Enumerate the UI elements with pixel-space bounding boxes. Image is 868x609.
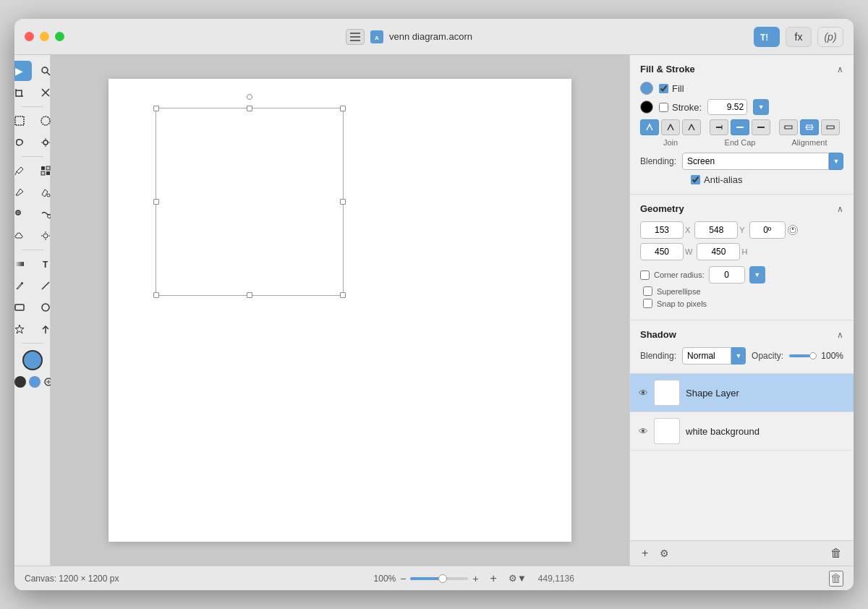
layer-thumb-shape: [654, 380, 680, 406]
zoom-slider[interactable]: [410, 577, 468, 580]
shadow-title: Shadow: [640, 329, 676, 340]
handle-tl[interactable]: [153, 106, 159, 111]
geometry-header: Geometry ∧: [640, 203, 843, 214]
layer-row-shape[interactable]: 👁 Shape Layer: [630, 374, 854, 412]
align-btn-2[interactable]: [800, 119, 819, 135]
join-btn-1[interactable]: [640, 119, 659, 135]
corner-dropdown[interactable]: ▼: [749, 266, 765, 284]
x-wrap: X: [640, 221, 690, 239]
opacity-label: Opacity:: [752, 351, 783, 361]
svg-point-6: [42, 67, 48, 73]
canvas[interactable]: [109, 79, 571, 542]
stroke-checkbox[interactable]: [659, 103, 668, 112]
rotation-input[interactable]: [749, 221, 786, 239]
layers-section: 👁 Shape Layer 👁 white background: [630, 374, 854, 540]
align-btn-1[interactable]: [779, 119, 798, 135]
handle-tr[interactable]: [340, 106, 346, 111]
zoom-percent: 100%: [374, 574, 396, 584]
select-tool-button[interactable]: ▶: [14, 61, 32, 81]
blend-chevron[interactable]: ▼: [829, 153, 843, 170]
paint-brush-button[interactable]: [14, 182, 32, 203]
antialias-checkbox[interactable]: [691, 175, 700, 184]
crop-tool-button[interactable]: [14, 82, 32, 103]
align-btn-3[interactable]: [821, 119, 840, 135]
opacity-thumb: [809, 352, 817, 359]
handle-tc[interactable]: [247, 106, 252, 111]
shadow-blend-value: Normal: [682, 347, 731, 365]
x-input[interactable]: [640, 221, 684, 239]
p-button[interactable]: (p): [817, 27, 843, 47]
lasso-button[interactable]: [14, 132, 32, 153]
titlebar: A venn diagram.acorn T! fx (p): [14, 19, 854, 55]
close-button[interactable]: [25, 32, 34, 41]
join-btn-2[interactable]: [661, 119, 680, 135]
shadow-header: Shadow ∧: [640, 329, 843, 340]
canvas-settings-button[interactable]: ⚙▼: [509, 573, 527, 584]
endcap-btn-2[interactable]: [731, 119, 749, 135]
fill-color-swatch[interactable]: [640, 82, 653, 95]
zoom-out-button[interactable]: −: [400, 573, 406, 584]
sidebar-toggle-button[interactable]: [346, 29, 365, 45]
tool-properties-button[interactable]: T!: [754, 27, 780, 47]
fx-button[interactable]: fx: [786, 27, 812, 47]
trash-button[interactable]: 🗑: [829, 571, 843, 587]
stroke-row: Stroke: ▼: [640, 99, 843, 115]
shadow-collapse[interactable]: ∧: [837, 330, 843, 340]
y-input[interactable]: [694, 221, 738, 239]
clone-button[interactable]: [14, 204, 32, 224]
eyedropper-button[interactable]: [14, 161, 32, 181]
corner-radius-input[interactable]: [709, 266, 745, 284]
stroke-color-swatch[interactable]: [640, 101, 653, 114]
rotate-handle[interactable]: [247, 94, 252, 100]
endcap-btn-1[interactable]: [710, 119, 728, 135]
antialias-label: Anti-alias: [691, 174, 742, 185]
foreground-color-small[interactable]: [29, 376, 41, 388]
main-content: ▶: [14, 55, 854, 566]
delete-layer-button[interactable]: 🗑: [827, 545, 845, 561]
join-btn-3[interactable]: [682, 119, 701, 135]
star-button[interactable]: [14, 319, 32, 339]
handle-bl[interactable]: [153, 292, 159, 298]
snap-row: Snap to pixels: [643, 299, 843, 308]
handle-ml[interactable]: [153, 199, 159, 205]
endcap-btn-row: [710, 119, 770, 135]
layer-eye-bg[interactable]: 👁: [639, 426, 648, 437]
background-color-swatch[interactable]: [14, 376, 26, 388]
svg-point-16: [43, 140, 48, 145]
gradient-button[interactable]: [14, 254, 32, 274]
width-input[interactable]: [640, 243, 684, 260]
snap-checkbox[interactable]: [643, 299, 652, 308]
layer-eye-shape[interactable]: 👁: [639, 388, 648, 399]
zoom-in-button[interactable]: +: [472, 573, 478, 584]
corner-radius-checkbox[interactable]: [640, 271, 650, 280]
minimize-button[interactable]: [40, 32, 49, 41]
layer-settings-button[interactable]: ⚙: [657, 546, 672, 561]
add-canvas-button[interactable]: +: [490, 572, 497, 585]
h-label: H: [741, 247, 747, 256]
add-layer-button[interactable]: +: [639, 545, 651, 561]
rect-shape-button[interactable]: [14, 297, 32, 318]
endcap-btn-3[interactable]: [752, 119, 770, 135]
opacity-slider[interactable]: [789, 354, 815, 357]
fill-checkbox[interactable]: [659, 84, 668, 93]
cloud-button[interactable]: [14, 226, 32, 246]
geometry-collapse[interactable]: ∧: [837, 204, 843, 214]
fill-stroke-collapse[interactable]: ∧: [837, 64, 843, 74]
rotation-dial[interactable]: [788, 225, 798, 235]
maximize-button[interactable]: [55, 32, 64, 41]
shadow-blend-arrow[interactable]: ▼: [731, 347, 746, 365]
svg-line-17: [15, 171, 17, 175]
superellipse-row: Superellipse: [643, 286, 843, 296]
layer-row-bg[interactable]: 👁 white background: [630, 412, 854, 451]
pen-button[interactable]: [14, 276, 32, 296]
stroke-value-input[interactable]: [707, 99, 747, 115]
foreground-color[interactable]: [22, 350, 43, 370]
canvas-area[interactable]: [51, 55, 629, 566]
height-input[interactable]: [697, 243, 740, 260]
tool-divider-2: [22, 156, 43, 157]
color-small-row: [14, 376, 54, 388]
endcap-group: End Cap: [710, 119, 770, 147]
stroke-dropdown[interactable]: ▼: [753, 99, 769, 115]
superellipse-checkbox[interactable]: [643, 286, 652, 296]
rect-select-button[interactable]: [14, 111, 32, 131]
